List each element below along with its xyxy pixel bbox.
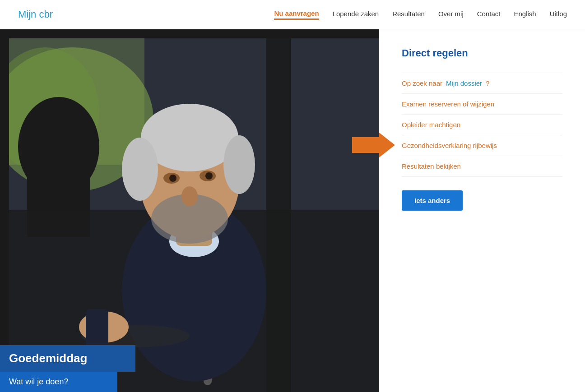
- link-text: Opleider machtigen: [402, 121, 460, 129]
- svg-point-20: [181, 186, 198, 206]
- iets-anders-button[interactable]: Iets anders: [402, 190, 463, 211]
- link-text-after: ?: [486, 79, 489, 87]
- link-text-before: Op zoek naar: [402, 79, 442, 87]
- nav-uitloggen[interactable]: Uitlog: [550, 10, 567, 19]
- header: Mijn cbr Nu aanvragen Lopende zaken Resu…: [0, 0, 585, 29]
- nav-contact[interactable]: Contact: [477, 10, 501, 19]
- link-text: Resultaten bekijken: [402, 162, 461, 170]
- svg-rect-25: [0, 29, 379, 38]
- svg-marker-27: [352, 133, 395, 157]
- link-opleider-machtigen[interactable]: Opleider machtigen: [402, 115, 562, 135]
- svg-point-13: [122, 138, 158, 201]
- main-nav: Nu aanvragen Lopende zaken Resultaten Ov…: [274, 9, 567, 20]
- orange-arrow-indicator: [352, 133, 395, 159]
- nav-resultaten[interactable]: Resultaten: [392, 10, 425, 19]
- hero-overlay: Goedemiddag Wat wil je doen?: [0, 345, 135, 392]
- link-gezondheidsverklaring[interactable]: Gezondheidsverklaring rijbewijs: [402, 135, 562, 156]
- hero-section: Goedemiddag Wat wil je doen?: [0, 29, 379, 392]
- svg-point-19: [205, 172, 213, 180]
- nav-english[interactable]: English: [514, 10, 536, 19]
- sidebar: Direct regelen Op zoek naar Mijn dossier…: [379, 29, 585, 392]
- link-mijn-dossier[interactable]: Op zoek naar Mijn dossier?: [402, 73, 562, 94]
- hero-image: [0, 29, 379, 392]
- nav-nu-aanvragen[interactable]: Nu aanvragen: [274, 9, 319, 20]
- svg-point-18: [169, 175, 176, 182]
- svg-rect-26: [0, 29, 9, 392]
- hero-svg: [0, 29, 379, 392]
- link-examen-reserveren[interactable]: Examen reserveren of wijzigen: [402, 94, 562, 115]
- hero-greeting: Goedemiddag: [0, 345, 135, 372]
- nav-over-mij[interactable]: Over mij: [438, 10, 464, 19]
- logo[interactable]: Mijn cbr: [18, 9, 53, 20]
- link-text: Gezondheidsverklaring rijbewijs: [402, 142, 497, 149]
- sidebar-links: Op zoek naar Mijn dossier? Examen reserv…: [402, 73, 562, 177]
- link-resultaten-bekijken[interactable]: Resultaten bekijken: [402, 156, 562, 177]
- link-text: Examen reserveren of wijzigen: [402, 100, 494, 108]
- nav-lopende-zaken[interactable]: Lopende zaken: [333, 10, 379, 19]
- svg-rect-21: [266, 29, 291, 392]
- sidebar-title: Direct regelen: [402, 47, 562, 59]
- svg-point-14: [223, 135, 255, 194]
- link-highlight: Mijn dossier: [446, 79, 482, 87]
- main-content: Goedemiddag Wat wil je doen? Direct rege…: [0, 29, 585, 392]
- hero-subtitle: Wat wil je doen?: [0, 372, 117, 392]
- orange-arrow-svg: [352, 133, 395, 157]
